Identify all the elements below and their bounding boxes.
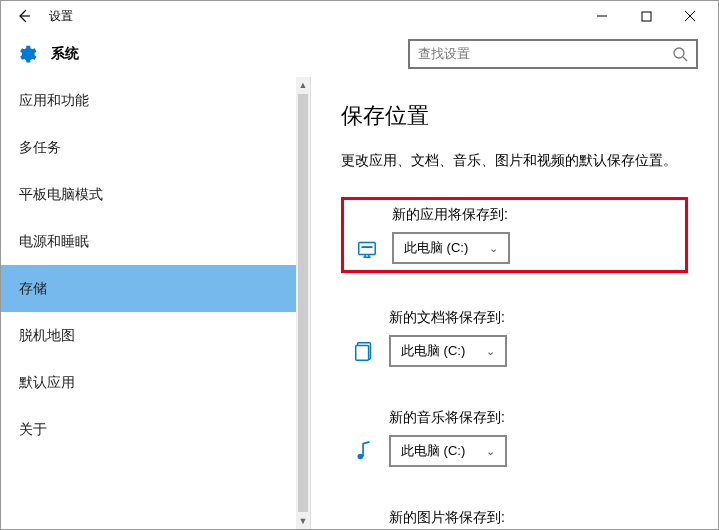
titlebar: 设置 — [1, 1, 718, 31]
content: 保存位置 更改应用、文档、音乐、图片和视频的默认保存位置。 新的应用将保存到: … — [311, 77, 718, 529]
maximize-button[interactable] — [624, 1, 668, 31]
chevron-down-icon: ⌄ — [486, 445, 495, 458]
sidebar-item-maps[interactable]: 脱机地图 — [1, 312, 310, 359]
maximize-icon — [641, 11, 652, 22]
minimize-icon — [596, 10, 608, 22]
sidebar-item-storage[interactable]: 存储 — [1, 265, 310, 312]
select-documents-location[interactable]: 此电脑 (C:) ⌄ — [389, 335, 507, 367]
app-icon — [350, 237, 384, 259]
select-music-location[interactable]: 此电脑 (C:) ⌄ — [389, 435, 507, 467]
setting-documents: 新的文档将保存到: 此电脑 (C:) ⌄ — [341, 303, 688, 373]
svg-rect-2 — [359, 243, 376, 255]
svg-rect-0 — [642, 12, 651, 21]
setting-label: 新的图片将保存到: — [389, 509, 682, 527]
search-placeholder: 查找设置 — [418, 45, 672, 63]
setting-label: 新的音乐将保存到: — [389, 409, 682, 427]
search-input[interactable]: 查找设置 — [408, 39, 698, 69]
sidebar-item-multitask[interactable]: 多任务 — [1, 124, 310, 171]
setting-pictures: 新的图片将保存到: 此电脑 (C:) ⌄ — [341, 503, 688, 529]
document-icon — [347, 340, 381, 362]
scroll-down-icon[interactable]: ▼ — [296, 513, 310, 529]
sidebar-item-tablet[interactable]: 平板电脑模式 — [1, 171, 310, 218]
sidebar-scrollbar[interactable]: ▲ ▼ — [296, 77, 310, 529]
setting-apps: 新的应用将保存到: 此电脑 (C:) ⌄ — [341, 197, 688, 273]
minimize-button[interactable] — [580, 1, 624, 31]
setting-label: 新的应用将保存到: — [392, 206, 679, 224]
gear-icon — [15, 43, 37, 65]
sidebar-item-apps[interactable]: 应用和功能 — [1, 77, 310, 124]
svg-point-1 — [674, 48, 684, 58]
select-apps-location[interactable]: 此电脑 (C:) ⌄ — [392, 232, 510, 264]
page-title: 保存位置 — [341, 101, 688, 131]
svg-rect-5 — [356, 346, 369, 361]
back-button[interactable] — [7, 1, 41, 31]
sidebar-item-power[interactable]: 电源和睡眠 — [1, 218, 310, 265]
scrollbar-thumb[interactable] — [298, 94, 308, 512]
music-icon — [347, 440, 381, 462]
chevron-down-icon: ⌄ — [486, 345, 495, 358]
arrow-left-icon — [16, 8, 32, 24]
chevron-down-icon: ⌄ — [489, 242, 498, 255]
scroll-up-icon[interactable]: ▲ — [296, 77, 310, 93]
search-icon — [672, 46, 688, 62]
header: 系统 查找设置 — [1, 31, 718, 77]
close-icon — [684, 10, 696, 22]
sidebar-item-about[interactable]: 关于 — [1, 406, 310, 453]
setting-label: 新的文档将保存到: — [389, 309, 682, 327]
svg-point-6 — [358, 454, 364, 460]
window-title: 设置 — [49, 8, 73, 25]
svg-rect-3 — [362, 247, 373, 249]
sidebar: 应用和功能 多任务 平板电脑模式 电源和睡眠 存储 脱机地图 默认应用 关于 ▲… — [1, 77, 311, 529]
section-title: 系统 — [51, 45, 79, 63]
sidebar-item-defaults[interactable]: 默认应用 — [1, 359, 310, 406]
close-button[interactable] — [668, 1, 712, 31]
setting-music: 新的音乐将保存到: 此电脑 (C:) ⌄ — [341, 403, 688, 473]
page-description: 更改应用、文档、音乐、图片和视频的默认保存位置。 — [341, 149, 688, 171]
